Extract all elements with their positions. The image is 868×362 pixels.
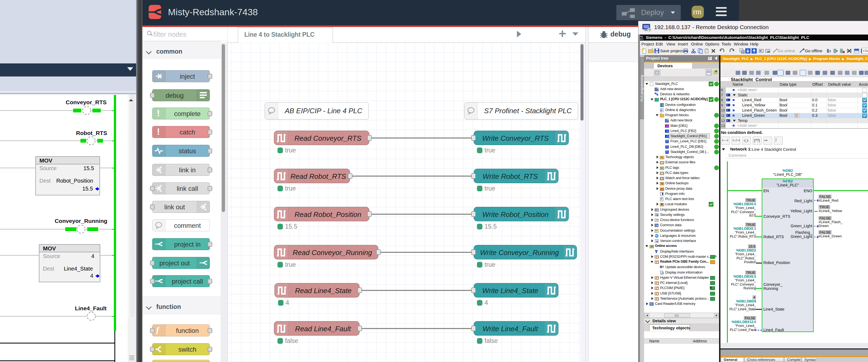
svg-text:RT: RT bbox=[768, 51, 770, 53]
svg-text:01: 01 bbox=[742, 51, 744, 53]
svg-text:?: ? bbox=[829, 50, 831, 53]
